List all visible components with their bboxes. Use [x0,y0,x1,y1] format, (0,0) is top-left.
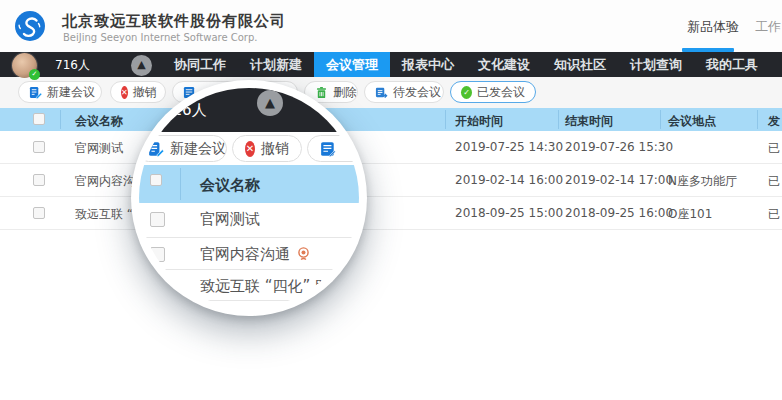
nav-item-report-center[interactable]: 报表中心 [390,52,466,77]
magnified-column-divider [180,168,181,200]
cell-end-time: 2019-07-26 15:30 [565,140,673,154]
magnified-meeting-name: 官网测试 [200,210,260,229]
cell-end-time: 2019-02-14 17:00 [565,173,673,187]
new-meeting-icon [148,141,164,157]
magnified-meeting-name: 致远互联 “四化” 助力 [200,277,345,296]
magnified-row-checkbox [150,247,165,262]
tab-workbench[interactable]: 工作 [755,18,781,36]
nav-item-knowledge[interactable]: 知识社区 [542,52,618,77]
nav-item-plan-query[interactable]: 计划查询 [618,52,694,77]
column-divider [757,110,758,129]
sent-meetings-button[interactable]: ✓ 已发会议 [450,81,536,103]
button-label: 待发会议 [393,84,441,101]
col-end-time: 结束时间 [565,113,613,130]
cell-start-time: 2019-07-25 14:30 [455,140,563,154]
member-count[interactable]: 716人 [55,57,90,74]
nav-menu: 协同工作 计划新建 会议管理 报表中心 文化建设 知识社区 计划查询 我的工具 [162,52,770,77]
button-label: 新建会议 [170,140,226,158]
pending-meetings-button[interactable]: 待发会议 [364,81,444,103]
magnified-new-meeting-button: 新建会议 [139,135,227,162]
online-status-badge: ✓ [29,69,40,80]
cell-location: O座101 [668,206,712,223]
magnifier-lens: 716人 ▲ 新建会议 ✕ 撤销 会议名称 [131,80,367,316]
cell-status: 已 [768,206,780,223]
button-label: 删除 [333,84,357,101]
cell-status: 已 [768,173,780,190]
cell-end-time: 2018-09-25 16:00 [565,206,673,220]
nav-item-collaboration[interactable]: 协同工作 [162,52,238,77]
revoke-icon: ✕ [245,141,255,157]
select-all-checkbox[interactable] [33,113,45,125]
magnified-revoke-button: ✕ 撤销 [232,135,302,162]
trash-icon [315,86,328,99]
top-header: 北京致远互联软件股份有限公司 BeiJing Seeyon Internet S… [0,0,782,53]
magnified-table-row: 官网内容沟通 [139,238,359,270]
button-label: 已发会议 [477,84,525,101]
column-divider [60,110,61,129]
magnified-row-checkbox [150,279,165,294]
table-row[interactable]: 官网内容沟通 2019-02-14 16:00 2019-02-14 17:00… [0,164,782,197]
cell-start-time: 2018-09-25 15:00 [455,206,563,220]
nav-item-plan-create[interactable]: 计划新建 [238,52,314,77]
company-name-en: BeiJing Seeyon Internet Software Corp. [63,32,257,43]
tab-new-experience[interactable]: 新品体验 [687,18,739,36]
magnified-row-checkbox [150,212,165,227]
col-sender: 发 [768,113,780,130]
magnified-select-all-checkbox [150,174,162,186]
meeting-toolbar: 新建会议 ✕ 撤销 删除 待发会议 ✓ 已发会议 [0,77,782,109]
button-label: 撤销 [133,84,157,101]
cell-start-time: 2019-02-14 16:00 [455,173,563,187]
cell-meeting-name[interactable]: 官网测试 [75,140,123,157]
magnified-toolbar: 新建会议 ✕ 撤销 [139,132,359,165]
magnified-table-header: 会议名称 [139,165,359,203]
revoke-icon: ✕ [121,86,128,99]
magnifier-content: 716人 ▲ 新建会议 ✕ 撤销 会议名称 [139,88,359,308]
company-name-cn: 北京致远互联软件股份有限公司 [62,12,286,31]
button-label: 撤销 [261,140,289,158]
table-row[interactable]: 致远互联 “四化” 助力 2018-09-25 15:00 2018-09-25… [0,197,782,230]
col-meeting-name: 会议名称 [75,113,123,130]
new-meeting-icon [29,86,42,99]
magnified-nav-arrow-icon: ▲ [257,90,283,116]
magnified-meeting-name: 官网内容沟通 [200,245,311,264]
nav-arrow-icon[interactable]: ▲ [131,55,152,76]
row-checkbox[interactable] [33,174,45,186]
webcam-icon [296,246,311,261]
nav-item-culture[interactable]: 文化建设 [466,52,542,77]
check-icon: ✓ [461,86,472,99]
magnified-table-row: 官网测试 [139,203,359,238]
magnified-table-row: 致远互联 “四化” 助力 [139,270,359,301]
nav-item-meeting-management[interactable]: 会议管理 [314,52,390,77]
magnified-col-meeting-name: 会议名称 [200,176,260,195]
button-label: 新建会议 [47,84,95,101]
table-header: 会议名称 开始时间 结束时间 会议地点 发 [0,108,782,131]
table-row[interactable]: 官网测试 2019-07-25 14:30 2019-07-26 15:30 已 [0,131,782,164]
app-window: 北京致远互联软件股份有限公司 BeiJing Seeyon Internet S… [0,0,782,400]
edit-doc-icon [320,141,336,157]
col-location: 会议地点 [668,113,716,130]
new-meeting-button[interactable]: 新建会议 [18,81,102,103]
nav-item-my-tools[interactable]: 我的工具 [694,52,770,77]
row-checkbox[interactable] [33,141,45,153]
col-start-time: 开始时间 [455,113,503,130]
column-divider [445,110,446,129]
user-avatar[interactable]: ✓ [12,53,37,78]
column-divider [660,110,661,129]
revoke-button[interactable]: ✕ 撤销 [110,81,166,103]
row-checkbox[interactable] [33,207,45,219]
column-divider [558,110,559,129]
outbox-icon [375,86,388,99]
magnified-edit-button [307,135,359,162]
cell-location: N座多功能厅 [668,173,737,190]
cell-status: 已 [768,140,780,157]
seeyon-logo-icon [15,11,45,41]
